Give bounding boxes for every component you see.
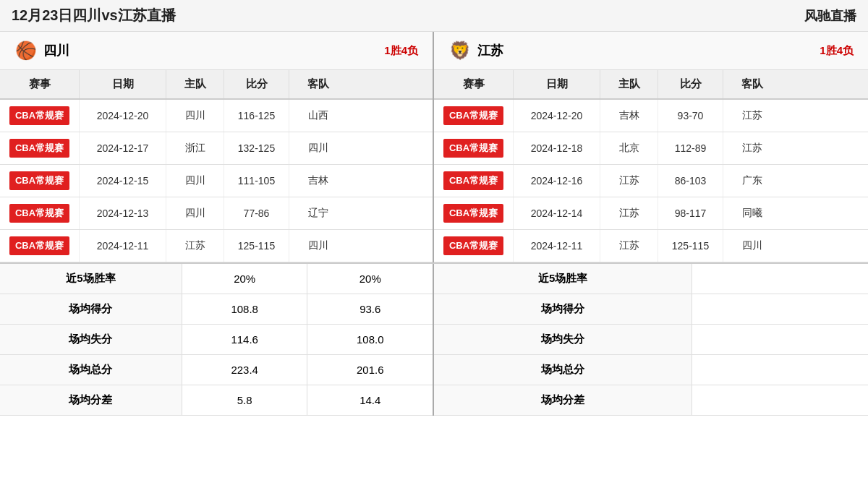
jiangsu-diff-label: 场均分差 <box>434 385 692 415</box>
sichuan-col-score: 比分 <box>224 70 289 98</box>
jiangsu-stat-row-ppg: 场均得分 <box>434 294 868 325</box>
sichuan-table-header: 赛事 日期 主队 比分 客队 <box>0 70 433 100</box>
table-row: CBA常规赛 2024-12-14 江苏 98-117 同曦 <box>434 197 868 230</box>
table-row: CBA常规赛 2024-12-15 四川 111-105 吉林 <box>0 165 433 197</box>
jiangsu-stat-row-diff: 场均分差 <box>434 385 868 416</box>
away-cell: 四川 <box>289 132 347 164</box>
jiangsu-total-label: 场均总分 <box>434 355 692 385</box>
sichuan-team-name: 四川 <box>43 42 69 59</box>
jiangsu-icon: 🦁 <box>448 39 472 62</box>
score-cell: 86-103 <box>658 165 723 197</box>
sichuan-apg-label: 场均失分 <box>0 325 182 354</box>
sichuan-games-table: CBA常规赛 2024-12-20 四川 116-125 山西 CBA常规赛 2… <box>0 100 433 262</box>
date-cell: 2024-12-20 <box>80 100 166 132</box>
table-row: CBA常规赛 2024-12-20 四川 116-125 山西 <box>0 100 433 132</box>
sichuan-stats: 近5场胜率 20% 20% 场均得分 108.8 93.6 场均失分 114.6… <box>0 264 434 416</box>
date-cell: 2024-12-16 <box>514 165 600 197</box>
away-cell: 广东 <box>723 165 781 197</box>
away-cell: 江苏 <box>723 132 781 164</box>
jiangsu-col-event: 赛事 <box>434 70 514 98</box>
jiangsu-col-away: 客队 <box>723 70 781 98</box>
page-title: 12月23日四川vs江苏直播 <box>12 6 176 25</box>
jiangsu-stat-row-winrate: 近5场胜率 <box>434 264 868 294</box>
jiangsu-total-value <box>692 355 868 385</box>
score-cell: 116-125 <box>224 100 289 132</box>
away-cell: 吉林 <box>289 165 347 197</box>
sichuan-ppg-value: 108.8 <box>182 294 307 324</box>
score-cell: 77-86 <box>224 197 289 229</box>
table-row: CBA常规赛 2024-12-13 四川 77-86 辽宁 <box>0 197 433 230</box>
stat-row-diff: 场均分差 5.8 14.4 <box>0 385 433 416</box>
table-row: CBA常规赛 2024-12-11 江苏 125-115 四川 <box>434 230 868 262</box>
stats-area: 近5场胜率 20% 20% 场均得分 108.8 93.6 场均失分 114.6… <box>0 262 868 416</box>
sichuan-team-name-area: 🏀 四川 <box>14 39 69 62</box>
jiangsu-diff-value <box>692 385 868 415</box>
sichuan-section: 🏀 四川 1胜4负 赛事 日期 主队 比分 客队 CBA常规赛 2024-12-… <box>0 32 434 262</box>
sichuan-total-label: 场均总分 <box>0 355 182 385</box>
jiangsu-record: 1胜4负 <box>820 44 854 58</box>
home-cell: 江苏 <box>166 230 224 262</box>
sichuan-col-home: 主队 <box>166 70 224 98</box>
jiangsu-apg-value <box>692 325 868 354</box>
away-cell: 四川 <box>723 230 781 262</box>
away-cell: 同曦 <box>723 197 781 229</box>
jiangsu-col-home: 主队 <box>600 70 658 98</box>
date-cell: 2024-12-11 <box>514 230 600 262</box>
sichuan-col-date: 日期 <box>80 70 166 98</box>
away-cell: 四川 <box>289 230 347 262</box>
score-cell: 111-105 <box>224 165 289 197</box>
home-cell: 四川 <box>166 197 224 229</box>
date-cell: 2024-12-20 <box>514 100 600 132</box>
jiangsu-ppg-label: 场均得分 <box>434 294 692 324</box>
home-cell: 四川 <box>166 165 224 197</box>
date-cell: 2024-12-17 <box>80 132 166 164</box>
jiangsu-team-name: 江苏 <box>477 42 503 59</box>
jiangsu-col-score: 比分 <box>658 70 723 98</box>
main-content: 🏀 四川 1胜4负 赛事 日期 主队 比分 客队 CBA常规赛 2024-12-… <box>0 32 868 262</box>
away-cell: 辽宁 <box>289 197 347 229</box>
page-header: 12月23日四川vs江苏直播 风驰直播 <box>0 0 868 32</box>
jiangsu-stat-row-apg: 场均失分 <box>434 325 868 355</box>
event-cell: CBA常规赛 <box>434 132 514 164</box>
sichuan-diff-value: 5.8 <box>182 385 307 415</box>
sichuan-team-header: 🏀 四川 1胜4负 <box>0 32 433 70</box>
jiangsu-total-value-center: 201.6 <box>307 355 433 385</box>
table-row: CBA常规赛 2024-12-20 吉林 93-70 江苏 <box>434 100 868 132</box>
jiangsu-ppg-value <box>692 294 868 324</box>
date-cell: 2024-12-13 <box>80 197 166 229</box>
sichuan-winrate-label: 近5场胜率 <box>0 264 182 294</box>
home-cell: 江苏 <box>600 230 658 262</box>
jiangsu-stat-row-total: 场均总分 <box>434 355 868 385</box>
home-cell: 浙江 <box>166 132 224 164</box>
home-cell: 江苏 <box>600 165 658 197</box>
table-row: CBA常规赛 2024-12-16 江苏 86-103 广东 <box>434 165 868 197</box>
date-cell: 2024-12-18 <box>514 132 600 164</box>
score-cell: 132-125 <box>224 132 289 164</box>
sichuan-ppg-label: 场均得分 <box>0 294 182 324</box>
sichuan-winrate-value: 20% <box>182 264 307 294</box>
event-cell: CBA常规赛 <box>0 100 80 132</box>
jiangsu-diff-value-center: 14.4 <box>307 385 433 415</box>
date-cell: 2024-12-11 <box>80 230 166 262</box>
stat-row-apg: 场均失分 114.6 108.0 <box>0 325 433 355</box>
brand-name: 风驰直播 <box>804 7 856 25</box>
score-cell: 98-117 <box>658 197 723 229</box>
jiangsu-winrate-value <box>692 264 868 294</box>
sichuan-record: 1胜4负 <box>384 44 418 58</box>
score-cell: 125-115 <box>658 230 723 262</box>
sichuan-diff-label: 场均分差 <box>0 385 182 415</box>
jiangsu-team-name-area: 🦁 江苏 <box>448 39 503 62</box>
event-cell: CBA常规赛 <box>0 132 80 164</box>
event-cell: CBA常规赛 <box>434 165 514 197</box>
score-cell: 93-70 <box>658 100 723 132</box>
jiangsu-team-header: 🦁 江苏 1胜4负 <box>434 32 868 70</box>
table-row: CBA常规赛 2024-12-18 北京 112-89 江苏 <box>434 132 868 165</box>
jiangsu-ppg-value-center: 93.6 <box>307 294 433 324</box>
stat-row-total: 场均总分 223.4 201.6 <box>0 355 433 385</box>
home-cell: 四川 <box>166 100 224 132</box>
date-cell: 2024-12-14 <box>514 197 600 229</box>
home-cell: 北京 <box>600 132 658 164</box>
away-cell: 江苏 <box>723 100 781 132</box>
event-cell: CBA常规赛 <box>0 165 80 197</box>
jiangsu-table-header: 赛事 日期 主队 比分 客队 <box>434 70 868 100</box>
